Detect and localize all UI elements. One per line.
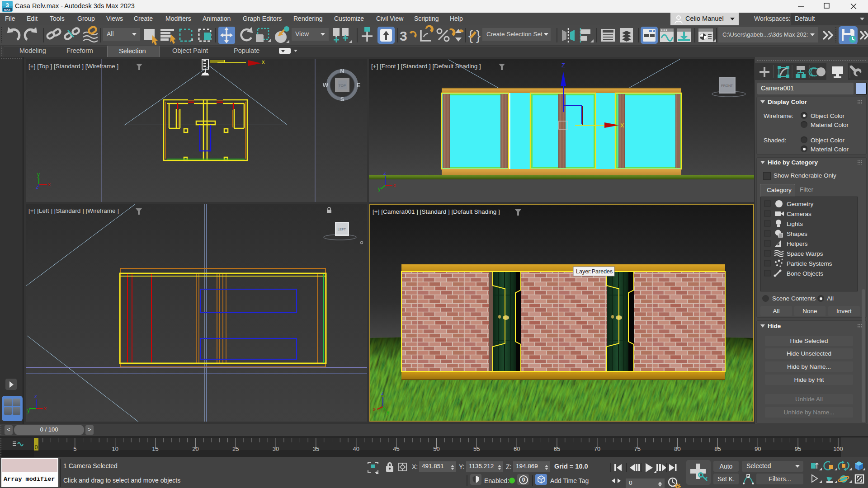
svg-text:15: 15	[152, 446, 158, 452]
svg-text:[+] [Camera001 ] [Standard ] [: [+] [Camera001 ] [Standard ] [Default Sh…	[373, 208, 500, 215]
svg-text:85: 85	[714, 446, 721, 452]
svg-text:95: 95	[795, 446, 801, 452]
svg-text:x: x	[262, 59, 265, 65]
svg-text:y: y	[27, 407, 30, 413]
svg-text:}: }	[476, 28, 481, 43]
svg-text:55: 55	[473, 446, 480, 452]
svg-text:W: W	[323, 82, 329, 89]
svg-text:N: N	[340, 68, 344, 75]
svg-text:70: 70	[594, 446, 600, 452]
svg-text:Bone Objects: Bone Objects	[787, 270, 823, 277]
svg-text:X: X	[620, 122, 624, 129]
svg-text:z: z	[383, 170, 386, 176]
svg-text:z: z	[36, 184, 38, 190]
svg-text:10: 10	[112, 446, 118, 452]
svg-text:[+] [Top ] [Standard ] [Wirefr: [+] [Top ] [Standard ] [Wireframe ]	[28, 63, 118, 70]
svg-text:25: 25	[232, 446, 239, 452]
svg-text:x: x	[393, 182, 396, 188]
svg-text:45: 45	[393, 446, 399, 452]
svg-text:40: 40	[353, 446, 359, 452]
svg-text:Lights: Lights	[787, 221, 803, 227]
svg-text:0: 0	[34, 444, 38, 450]
svg-text:z: z	[381, 390, 384, 396]
svg-text:35: 35	[313, 446, 319, 452]
svg-text:3: 3	[5, 2, 9, 9]
svg-text:50: 50	[433, 446, 439, 452]
svg-text:Helpers: Helpers	[787, 240, 808, 247]
svg-text:[+] [Front ] [Standard ] [Defa: [+] [Front ] [Standard ] [Default Shadin…	[371, 63, 481, 70]
svg-text:Z: Z	[561, 62, 565, 69]
svg-text:LEFT: LEFT	[338, 227, 346, 231]
svg-text:80: 80	[674, 446, 680, 452]
svg-text:30: 30	[273, 446, 279, 452]
svg-text:y: y	[37, 171, 40, 178]
svg-text:Geometry: Geometry	[787, 201, 814, 207]
svg-text:Layer:Paredes: Layer:Paredes	[576, 268, 613, 275]
svg-text:[+] [Left ] [Standard ] [Wiref: [+] [Left ] [Standard ] [Wireframe ]	[28, 207, 119, 214]
svg-text:Space Warps: Space Warps	[787, 250, 823, 257]
svg-text:x: x	[48, 181, 51, 188]
svg-text:5: 5	[73, 446, 76, 452]
svg-text:S: S	[340, 96, 344, 103]
svg-text:100: 100	[833, 446, 843, 452]
svg-text:3: 3	[400, 28, 407, 43]
svg-text:90: 90	[755, 446, 761, 452]
svg-text:Particle Systems: Particle Systems	[787, 260, 832, 267]
svg-text:65: 65	[554, 446, 560, 452]
svg-text:Cameras: Cameras	[787, 211, 811, 217]
svg-text:y: y	[387, 409, 389, 415]
svg-text:60: 60	[514, 446, 520, 452]
svg-text:75: 75	[634, 446, 641, 452]
svg-text:FRONT: FRONT	[721, 84, 733, 88]
svg-text:MAX: MAX	[4, 9, 10, 11]
svg-text:TOP: TOP	[339, 84, 346, 88]
svg-text:x: x	[44, 405, 47, 412]
svg-text:y: y	[378, 186, 381, 192]
svg-text:20: 20	[192, 446, 198, 452]
svg-text:Shapes: Shapes	[787, 230, 807, 237]
svg-text:E: E	[357, 82, 361, 89]
svg-text:x: x	[373, 406, 376, 413]
svg-text:z: z	[34, 393, 37, 399]
